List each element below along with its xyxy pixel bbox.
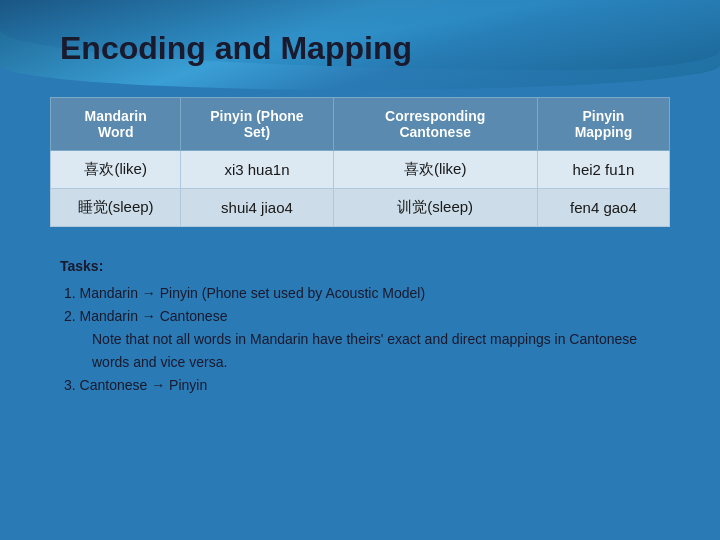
cell-cantonese: 训觉(sleep)	[333, 189, 537, 227]
task-line: 2. Mandarin → Cantonese	[64, 305, 670, 328]
mapping-table: Mandarin Word Pinyin (Phone Set) Corresp…	[50, 97, 670, 227]
table-row: 睡觉(sleep)shui4 jiao4训觉(sleep)fen4 gao4	[51, 189, 670, 227]
cell-mapping: fen4 gao4	[537, 189, 669, 227]
cell-mandarin: 喜欢(like)	[51, 151, 181, 189]
page-title: Encoding and Mapping	[60, 30, 670, 67]
task-item: 1. Mandarin → Pinyin (Phone set used by …	[64, 282, 670, 305]
tasks-title: Tasks:	[60, 255, 670, 278]
task-line: 1. Mandarin → Pinyin (Phone set used by …	[64, 282, 670, 305]
table-header-row: Mandarin Word Pinyin (Phone Set) Corresp…	[51, 98, 670, 151]
task-item: 3. Cantonese → Pinyin	[64, 374, 670, 397]
col-header-pinyin: Pinyin (Phone Set)	[181, 98, 333, 151]
page-content: Encoding and Mapping Mandarin Word Pinyi…	[0, 0, 720, 418]
cell-pinyin: shui4 jiao4	[181, 189, 333, 227]
table-row: 喜欢(like)xi3 hua1n喜欢(like)hei2 fu1n	[51, 151, 670, 189]
tasks-list: 1. Mandarin → Pinyin (Phone set used by …	[60, 282, 670, 397]
task-line: 3. Cantonese → Pinyin	[64, 374, 670, 397]
cell-pinyin: xi3 hua1n	[181, 151, 333, 189]
col-header-mandarin: Mandarin Word	[51, 98, 181, 151]
col-header-cantonese: Corresponding Cantonese	[333, 98, 537, 151]
col-header-mapping: Pinyin Mapping	[537, 98, 669, 151]
task-note: Note that not all words in Mandarin have…	[92, 328, 670, 374]
cell-mapping: hei2 fu1n	[537, 151, 669, 189]
cell-mandarin: 睡觉(sleep)	[51, 189, 181, 227]
task-item: 2. Mandarin → CantoneseNote that not all…	[64, 305, 670, 374]
tasks-section: Tasks: 1. Mandarin → Pinyin (Phone set u…	[60, 255, 670, 398]
cell-cantonese: 喜欢(like)	[333, 151, 537, 189]
